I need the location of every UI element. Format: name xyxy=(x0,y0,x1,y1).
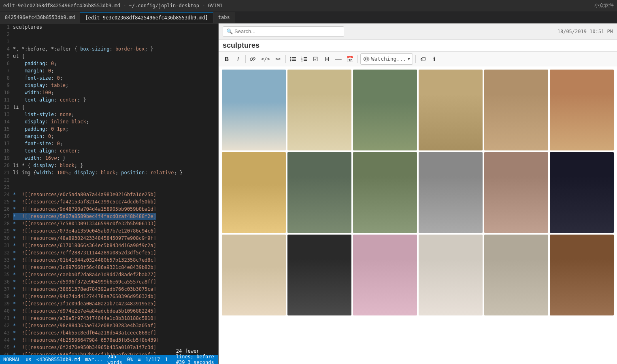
tab-2[interactable]: [edit-9e3c02368df8425496efc436b8553db9.m… xyxy=(80,12,213,23)
search-box[interactable]: 🔍 xyxy=(223,26,344,37)
line-content: * ![[resources/38651378ed784392adb766c03… xyxy=(13,286,156,293)
hr-button[interactable]: — xyxy=(334,53,343,65)
insert-date-button[interactable]: 📅 xyxy=(345,53,355,65)
gallery-image[interactable] xyxy=(550,235,614,315)
watching-icon xyxy=(363,56,370,62)
line-number: 5 xyxy=(0,53,13,60)
editor-line: 43* ![[resources/7b4b55c8edf04a218d543a1… xyxy=(0,329,218,336)
line-number: 45 xyxy=(0,344,13,351)
line-number: 39 xyxy=(0,300,13,307)
gallery-image[interactable] xyxy=(353,152,417,233)
gallery-image[interactable] xyxy=(419,152,483,233)
link-button[interactable] xyxy=(248,53,258,65)
gallery-image[interactable] xyxy=(287,70,351,150)
gallery-image[interactable] xyxy=(550,70,614,150)
gallery-area[interactable] xyxy=(219,66,617,364)
line-content: * ![[resources/7b4b55c8edf04a218d543a1ce… xyxy=(13,329,156,336)
gallery-image[interactable] xyxy=(222,152,286,233)
line-number: 35 xyxy=(0,271,13,278)
tab-3[interactable]: tabs xyxy=(213,12,235,23)
line-number: 2 xyxy=(0,31,13,38)
heading-button[interactable]: H xyxy=(322,53,332,65)
svg-rect-1 xyxy=(292,57,296,58)
editor-toolbar: B I </> <> 1.2.3. ☑ H — 📅 Watching... xyxy=(219,52,617,66)
gallery-image[interactable] xyxy=(484,70,548,150)
editor-line: 35* ![[resources/caeba0f2da8a4e1d9dd7d8a… xyxy=(0,271,218,278)
tabsbar: 8425496efc436b8553db9.md [edit-9e3c02368… xyxy=(0,11,617,23)
app-label: 小众软件 xyxy=(594,2,614,9)
line-number: 26 xyxy=(0,205,13,213)
gallery-image[interactable] xyxy=(287,152,351,233)
inline-code-button[interactable]: </> xyxy=(260,53,272,65)
editor-line: 11 text-align: center; } xyxy=(0,96,218,104)
code-block-button[interactable]: <> xyxy=(273,53,283,65)
line-content: * ![[resources/7c580130913346599c0fe32b5… xyxy=(13,220,156,227)
main-split: 1sculptures23</span>4*, *:before, *:afte… xyxy=(0,23,617,364)
gallery-image[interactable] xyxy=(353,235,417,315)
line-content: * ![[resources/3f1c09dea00a40a2ab7c42348… xyxy=(13,300,156,307)
line-number: 20 xyxy=(0,162,13,169)
ol-icon: 1.2.3. xyxy=(301,56,308,62)
tab-1[interactable]: 8425496efc436b8553db9.md xyxy=(0,12,80,23)
checkbox-button[interactable]: ☑ xyxy=(311,53,321,65)
line-number: 27 xyxy=(0,213,13,220)
preview-pane: 🔍 18/05/2019 10:51 PM B I </> <> 1.2.3. xyxy=(219,23,617,364)
line-number: 13 xyxy=(0,111,13,118)
editor-line: 27* ![[resources/5a07a8589bec4f4facdOzaf… xyxy=(0,213,218,220)
col: 1 xyxy=(165,357,168,362)
gallery-image[interactable] xyxy=(222,235,286,315)
line-content: * ![[resources/fa42153af8214c399c5cc74dc… xyxy=(13,198,156,205)
editor-line: 9 display: table; xyxy=(0,82,218,89)
editor-line: 18 text-align: center; xyxy=(0,147,218,154)
editor-line: 15 padding: 0 1px; xyxy=(0,125,218,133)
line-number: 42 xyxy=(0,322,13,329)
ul-button[interactable] xyxy=(288,53,298,65)
line-content: * ![[resources/4b25596647984 6578ed3fb5c… xyxy=(13,336,159,344)
line-content: * ![[resources/9d48790a704d4a158905bb905… xyxy=(13,205,156,213)
gallery-row xyxy=(222,152,614,233)
gallery-image[interactable] xyxy=(222,70,286,150)
editor-content[interactable]: 1sculptures23</span>4*, *:before, *:afte… xyxy=(0,23,218,355)
gallery-image[interactable] xyxy=(484,235,548,315)
gallery-image[interactable] xyxy=(484,152,548,233)
line-number: 38 xyxy=(0,293,13,300)
editor-line: 19 width: 16vw; } xyxy=(0,154,218,162)
line-content: margin: 0; xyxy=(13,133,54,140)
line-content: * ![[resources/a38a5f9743f74044a1c8b3181… xyxy=(13,315,156,322)
ol-button[interactable]: 1.2.3. xyxy=(300,53,309,65)
note-title-input[interactable] xyxy=(223,41,613,50)
gallery-image[interactable] xyxy=(419,70,483,150)
line-number: 14 xyxy=(0,118,13,125)
gallery-image[interactable] xyxy=(287,235,351,315)
search-icon: 🔍 xyxy=(226,28,233,34)
editor-line: 33* ![[resources/01b41844z0324480b57b132… xyxy=(0,256,218,264)
bold-button[interactable]: B xyxy=(222,53,232,65)
svg-point-0 xyxy=(290,57,291,58)
editor-line: 25* ![[resources/fa42153af8214c399c5cc74… xyxy=(0,198,218,205)
line-number: 36 xyxy=(0,278,13,286)
gallery-image[interactable] xyxy=(550,152,614,233)
gallery-image[interactable] xyxy=(353,70,417,150)
fold-icon: ≡ xyxy=(138,357,140,362)
search-input[interactable] xyxy=(234,28,340,34)
marker: mar... xyxy=(85,357,102,362)
gallery-image[interactable] xyxy=(419,235,483,315)
line-content: ul { xyxy=(13,53,25,60)
line-number: 12 xyxy=(0,104,13,111)
info-button[interactable]: ℹ xyxy=(430,53,439,65)
svg-rect-9 xyxy=(304,59,307,59)
editor-line: 24* ![[resources/e0c5ada80a7a44a983e0216… xyxy=(0,191,218,198)
editor-line: 31* ![[resources/617018066s364ec5b8434d1… xyxy=(0,242,218,249)
line-content: font-size: 0; xyxy=(13,140,63,147)
editor-line: 8 font-size: 0; xyxy=(0,74,218,82)
editor-line: 13 list-style: none; xyxy=(0,111,218,118)
watching-button[interactable]: Watching... ▼ xyxy=(360,53,413,65)
line-number: 22 xyxy=(0,176,13,184)
editor-line: 20li * { display: block; } xyxy=(0,162,218,169)
line-content: * ![[resources/01b41844z0324480b57b13235… xyxy=(13,256,156,264)
line-number: 21 xyxy=(0,169,13,176)
italic-button[interactable]: I xyxy=(233,53,243,65)
line-content: padding: 0 1px; xyxy=(13,125,68,133)
svg-text:3.: 3. xyxy=(301,59,303,62)
tag-button[interactable]: 🏷 xyxy=(418,53,428,65)
